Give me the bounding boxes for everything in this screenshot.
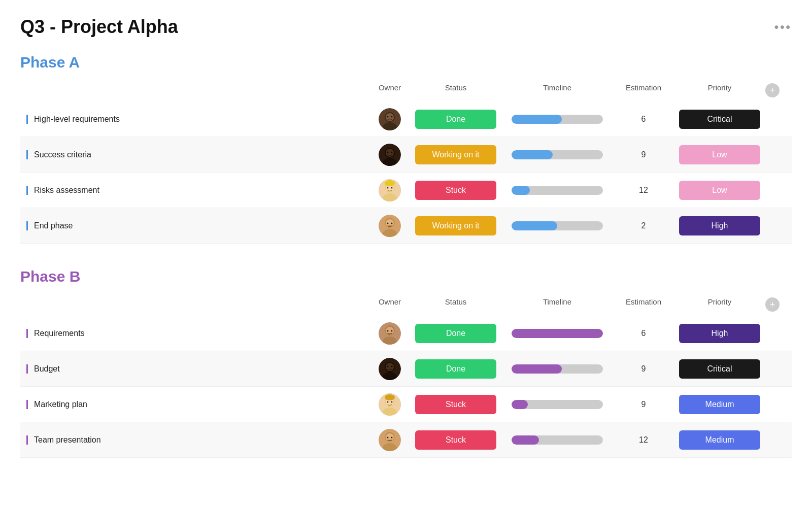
status-badge[interactable]: Stuck (415, 430, 496, 450)
phase-title-phase-a: Phase A (20, 54, 792, 71)
status-badge[interactable]: Working on it (415, 216, 496, 235)
timeline-bar (512, 150, 603, 159)
add-row-button[interactable]: + (765, 83, 780, 97)
status-cell[interactable]: Done (410, 110, 501, 129)
svg-point-11 (391, 151, 393, 153)
timeline-fill (512, 115, 562, 124)
priority-badge[interactable]: Critical (679, 110, 760, 129)
task-name: Marketing plan (26, 400, 369, 409)
status-badge[interactable]: Done (415, 359, 496, 379)
more-icon[interactable]: ••• (774, 20, 792, 34)
estimation-cell: 12 (613, 435, 674, 445)
svg-point-30 (391, 330, 393, 331)
timeline-fill (512, 186, 530, 195)
priority-cell[interactable]: Critical (674, 359, 765, 379)
priority-badge[interactable]: High (679, 324, 760, 343)
timeline-cell (501, 435, 613, 445)
svg-point-43 (385, 394, 395, 400)
status-cell[interactable]: Done (410, 324, 501, 343)
timeline-cell (501, 400, 613, 409)
table-row: Requirements Done 6 High (20, 316, 792, 351)
svg-point-24 (391, 222, 393, 224)
svg-point-10 (387, 151, 389, 153)
timeline-bar (512, 364, 603, 374)
priority-cell[interactable]: High (674, 324, 765, 343)
priority-cell[interactable]: Low (674, 145, 765, 164)
timeline-bar (512, 115, 603, 124)
col-header-timeline: Timeline (501, 83, 613, 97)
task-name: Success criteria (26, 150, 369, 159)
table-phase-a: Owner Status Timeline Estimation Priorit… (20, 79, 792, 244)
priority-cell[interactable]: Critical (674, 110, 765, 129)
svg-point-23 (387, 222, 389, 224)
priority-cell[interactable]: Low (674, 181, 765, 200)
status-badge[interactable]: Working on it (415, 145, 496, 164)
col-header-status: Status (410, 83, 501, 97)
estimation-cell: 2 (613, 221, 674, 230)
svg-point-16 (387, 187, 389, 188)
task-name: Requirements (26, 329, 369, 338)
status-badge[interactable]: Stuck (415, 395, 496, 414)
timeline-fill (512, 364, 562, 374)
task-name: End phase (26, 221, 369, 230)
timeline-cell (501, 186, 613, 195)
table-row: Risks assessment Stuck 12 Low (20, 173, 792, 208)
priority-cell[interactable]: High (674, 216, 765, 235)
col-header-task (26, 297, 369, 312)
col-header-estimation: Estimation (613, 83, 674, 97)
task-name: Team presentation (26, 435, 369, 445)
table-header-phase-b: Owner Status Timeline Estimation Priorit… (20, 293, 792, 316)
col-header-add: + (765, 297, 786, 312)
priority-badge[interactable]: Medium (679, 430, 760, 450)
table-row: Team presentation Stuck 12 Medium (20, 422, 792, 458)
phase-title-phase-b: Phase B (20, 268, 792, 285)
timeline-cell (501, 329, 613, 338)
avatar (379, 108, 401, 130)
priority-badge[interactable]: Low (679, 181, 760, 200)
status-cell[interactable]: Stuck (410, 181, 501, 200)
priority-badge[interactable]: Medium (679, 395, 760, 414)
owner-cell (369, 215, 410, 237)
timeline-cell (501, 364, 613, 374)
phase-section-phase-a: Phase A Owner Status Timeline Estimation… (20, 54, 792, 244)
priority-badge[interactable]: Critical (679, 359, 760, 379)
table-phase-b: Owner Status Timeline Estimation Priorit… (20, 293, 792, 458)
add-row-button[interactable]: + (765, 297, 780, 312)
timeline-cell (501, 150, 613, 159)
timeline-bar (512, 221, 603, 230)
priority-cell[interactable]: Medium (674, 430, 765, 450)
status-cell[interactable]: Working on it (410, 145, 501, 164)
status-badge[interactable]: Done (415, 324, 496, 343)
priority-cell[interactable]: Medium (674, 395, 765, 414)
table-row: High-level requirements Done 6 Critical (20, 102, 792, 137)
priority-badge[interactable]: High (679, 216, 760, 235)
status-cell[interactable]: Stuck (410, 430, 501, 450)
timeline-fill (512, 221, 557, 230)
priority-badge[interactable]: Low (679, 145, 760, 164)
table-row: Success criteria Working on it 9 Low (20, 137, 792, 173)
svg-point-48 (387, 436, 389, 438)
task-name: High-level requirements (26, 115, 369, 124)
avatar (379, 215, 401, 237)
col-header-estimation: Estimation (613, 297, 674, 312)
status-badge[interactable]: Done (415, 110, 496, 129)
col-header-owner: Owner (369, 83, 410, 97)
timeline-bar (512, 329, 603, 338)
svg-point-4 (387, 116, 389, 117)
timeline-fill (512, 435, 539, 445)
owner-cell (369, 108, 410, 130)
timeline-fill (512, 329, 603, 338)
status-badge[interactable]: Stuck (415, 181, 496, 200)
timeline-fill (512, 400, 528, 409)
timeline-bar (512, 186, 603, 195)
estimation-cell: 12 (613, 186, 674, 195)
status-cell[interactable]: Working on it (410, 216, 501, 235)
owner-cell (369, 322, 410, 345)
estimation-cell: 6 (613, 115, 674, 124)
svg-point-35 (387, 365, 389, 367)
timeline-bar (512, 400, 603, 409)
status-cell[interactable]: Stuck (410, 395, 501, 414)
svg-point-49 (391, 436, 393, 438)
status-cell[interactable]: Done (410, 359, 501, 379)
owner-cell (369, 429, 410, 451)
